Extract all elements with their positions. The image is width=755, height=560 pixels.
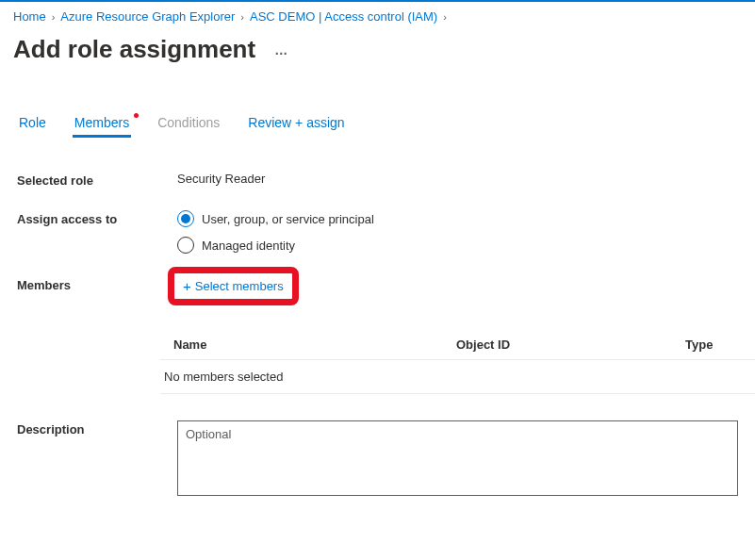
radio-managed-identity[interactable]: Managed identity bbox=[177, 237, 738, 254]
plus-icon: + bbox=[183, 278, 191, 294]
tab-role[interactable]: Role bbox=[17, 111, 48, 136]
radio-label: User, group, or service principal bbox=[202, 212, 374, 226]
selected-role-value: Security Reader bbox=[177, 172, 738, 186]
description-textarea[interactable] bbox=[177, 420, 738, 496]
col-header-objectid: Object ID bbox=[456, 338, 685, 352]
assign-access-radio-group: User, group, or service principal Manage… bbox=[177, 210, 738, 254]
breadcrumb-home[interactable]: Home bbox=[13, 9, 46, 24]
tab-members[interactable]: Members bbox=[73, 111, 131, 136]
tabs: Role Members Conditions Review + assign bbox=[0, 64, 755, 136]
radio-unselected-icon bbox=[177, 237, 194, 254]
radio-user-group-principal[interactable]: User, group, or service principal bbox=[177, 210, 738, 227]
select-members-label: Select members bbox=[195, 279, 284, 293]
tab-members-label: Members bbox=[74, 115, 129, 130]
col-header-name: Name bbox=[173, 338, 456, 352]
selected-role-label: Selected role bbox=[17, 172, 177, 188]
members-empty-row: No members selected bbox=[160, 360, 755, 394]
breadcrumb-iam[interactable]: ASC DEMO | Access control (IAM) bbox=[250, 9, 437, 24]
members-label: Members bbox=[17, 276, 177, 292]
page-title: Add role assignment bbox=[13, 35, 255, 64]
breadcrumb-resource-graph[interactable]: Azure Resource Graph Explorer bbox=[60, 9, 235, 24]
more-actions-icon[interactable]: … bbox=[274, 42, 289, 58]
assign-access-label: Assign access to bbox=[17, 210, 177, 226]
radio-label: Managed identity bbox=[202, 239, 295, 253]
col-header-type: Type bbox=[685, 338, 742, 352]
chevron-right-icon: › bbox=[240, 11, 244, 23]
breadcrumb: Home › Azure Resource Graph Explorer › A… bbox=[0, 2, 755, 27]
description-label: Description bbox=[17, 420, 177, 496]
members-table-header: Name Object ID Type bbox=[160, 330, 755, 360]
chevron-right-icon: › bbox=[52, 11, 56, 23]
tab-conditions: Conditions bbox=[156, 111, 222, 136]
attention-dot-icon bbox=[134, 113, 139, 118]
chevron-right-icon: › bbox=[443, 11, 447, 23]
select-members-button[interactable]: + Select members bbox=[177, 276, 289, 296]
tab-review-assign[interactable]: Review + assign bbox=[246, 111, 346, 136]
radio-selected-icon bbox=[177, 210, 194, 227]
